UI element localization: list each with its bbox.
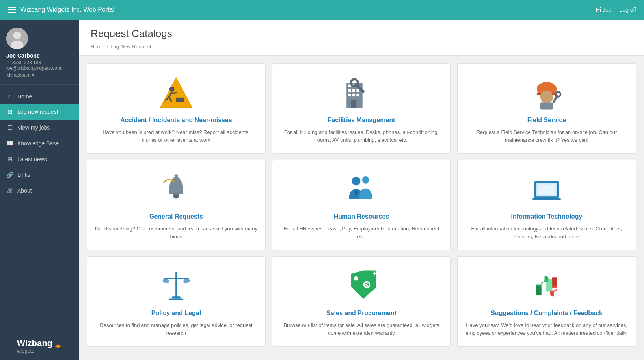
svg-rect-20 [356, 94, 359, 96]
sidebar-item-view-my-jobs[interactable]: ☐ View my jobs [0, 120, 79, 135]
card-desc-hr: For all HR issues. Leave, Pay, Employmen… [280, 225, 443, 240]
catalog-grid: ! Accident / Incidents and Near-misses H… [79, 56, 644, 354]
breadcrumb: Home / Log New Request [91, 44, 632, 55]
svg-rect-16 [352, 89, 355, 92]
news-icon: ⊞ [6, 156, 13, 163]
svg-rect-43 [172, 296, 181, 298]
feedback-icon [529, 269, 564, 304]
svg-rect-17 [356, 89, 359, 92]
card-title-sales: Sales and Procurement [326, 310, 396, 317]
svg-rect-21 [351, 100, 356, 108]
svg-rect-19 [352, 94, 355, 96]
svg-rect-55 [546, 279, 552, 292]
navbar: Wizbang Widgets Inc. Web Portal Hi Joe! … [0, 0, 644, 20]
catalog-card-sales[interactable]: $ + Sales and Procurement Browse our lis… [272, 256, 451, 347]
navbar-right: Hi Joe! Log off [596, 7, 636, 13]
logo-primary: Wizbang [17, 339, 52, 348]
facilities-icon [344, 76, 379, 111]
phone-icon: ☏ [6, 187, 13, 194]
card-title-it: Information Technology [511, 213, 582, 220]
grid-icon: ⊞ [6, 108, 13, 115]
svg-rect-40 [532, 198, 561, 200]
sidebar-item-log-new-request[interactable]: ⊞ Log new request [0, 104, 79, 120]
card-desc-accident: Have you been injured at work? Near miss… [95, 128, 257, 144]
sidebar-nav: ⌂ Home ⊞ Log new request ☐ View my jobs … [0, 85, 79, 333]
card-desc-field-service: Request a Field Service Technician for a… [465, 128, 628, 144]
main-content: Request Catalogs Home / Log New Request … [79, 20, 644, 360]
catalog-card-accident[interactable]: ! Accident / Incidents and Near-misses H… [87, 63, 266, 154]
main-header: Request Catalogs Home / Log New Request [79, 20, 644, 56]
home-icon: ⌂ [6, 93, 13, 100]
svg-point-32 [172, 180, 174, 182]
sales-icon: $ + [344, 269, 379, 304]
it-icon [529, 172, 564, 208]
navbar-brand: Wizbang Widgets Inc. Web Portal [20, 6, 114, 13]
profile-name: Joe Carbone [6, 52, 73, 59]
links-icon: 🔗 [6, 171, 13, 178]
catalog-card-it[interactable]: Information Technology For all informati… [457, 160, 636, 250]
svg-rect-15 [348, 89, 351, 92]
svg-rect-44 [169, 299, 183, 301]
svg-point-29 [555, 91, 561, 98]
svg-rect-18 [348, 94, 351, 96]
card-desc-feedback: Have your say. We'd love to hear your fe… [465, 321, 628, 337]
catalog-card-feedback[interactable]: Suggestions / Complaints / Feedback Have… [457, 256, 636, 347]
breadcrumb-home[interactable]: Home [91, 44, 104, 50]
sidebar: Joe Carbone P: 3985 223 183 joe@wizbangw… [0, 20, 79, 360]
catalog-card-facilities[interactable]: Facilities Management For all building a… [272, 63, 451, 154]
logout-link[interactable]: Log off [619, 7, 636, 13]
logo-secondary: widgets [17, 348, 52, 354]
svg-rect-53 [536, 286, 542, 295]
svg-text:$: $ [364, 281, 368, 288]
sidebar-profile: Joe Carbone P: 3985 223 183 joe@wizbangw… [0, 20, 79, 85]
profile-account[interactable]: My account ▾ [6, 72, 73, 78]
avatar [6, 28, 28, 49]
greeting: Hi Joe! [596, 7, 613, 13]
jobs-icon: ☐ [6, 124, 13, 131]
page-title: Request Catalogs [91, 28, 632, 40]
svg-point-33 [352, 177, 361, 186]
card-title-hr: Human Resources [334, 213, 389, 220]
svg-rect-10 [176, 98, 184, 102]
svg-line-7 [172, 93, 176, 93]
svg-rect-27 [540, 102, 553, 109]
book-icon: 📖 [6, 140, 13, 147]
svg-point-1 [13, 32, 21, 39]
svg-point-26 [540, 91, 553, 103]
policy-icon [158, 269, 194, 304]
sidebar-item-home[interactable]: ⌂ Home [0, 89, 79, 104]
svg-rect-38 [538, 185, 556, 195]
card-desc-policy: Resources to find and manage policies, g… [95, 321, 257, 337]
card-title-facilities: Facilities Management [328, 117, 395, 124]
card-title-feedback: Suggestions / Complaints / Feedback [491, 310, 603, 317]
catalog-card-field-service[interactable]: Field Service Request a Field Service Te… [457, 63, 636, 154]
svg-point-34 [362, 176, 369, 184]
svg-point-49 [354, 276, 358, 281]
card-desc-sales: Browse our list of items for sale. All s… [280, 321, 443, 337]
svg-rect-54 [552, 278, 558, 287]
profile-email: joe@wizbangwidgets.com [6, 65, 73, 71]
logo-star-icon: ✦ [54, 341, 62, 352]
hr-icon [344, 172, 379, 208]
svg-point-31 [173, 195, 179, 199]
sidebar-item-latest-news[interactable]: ⊞ Latest news [0, 151, 79, 167]
card-desc-it: For all information technology and tech-… [465, 225, 628, 240]
profile-phone: P: 3985 223 183 [6, 60, 73, 65]
catalog-card-hr[interactable]: Human Resources For all HR issues. Leave… [272, 160, 451, 250]
general-icon [158, 172, 194, 208]
sidebar-item-links[interactable]: 🔗 Links [0, 167, 79, 183]
catalog-card-policy[interactable]: Policy and Legal Resources to find and m… [87, 256, 266, 347]
sidebar-item-knowledge-base[interactable]: 📖 Knowledge Base [0, 135, 79, 151]
fieldservice-icon [529, 76, 564, 111]
sidebar-item-about[interactable]: ☏ About [0, 183, 79, 199]
svg-text:+: + [373, 269, 377, 277]
card-title-general: General Requests [149, 213, 203, 220]
card-title-field-service: Field Service [527, 117, 566, 124]
breadcrumb-current: Log New Request [110, 44, 151, 50]
layout: Joe Carbone P: 3985 223 183 joe@wizbangw… [0, 20, 644, 360]
hamburger-menu[interactable] [8, 7, 16, 13]
card-title-policy: Policy and Legal [151, 310, 201, 317]
card-desc-facilities: For all building and facilities issues. … [280, 128, 443, 144]
catalog-card-general[interactable]: General Requests Need something? Our cus… [87, 160, 266, 250]
svg-point-5 [169, 87, 175, 92]
